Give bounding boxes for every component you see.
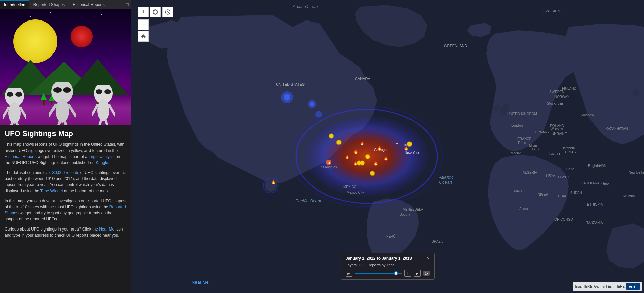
- time-range-label: January 1, 2012 to January 1, 2013: [346, 256, 412, 261]
- svg-point-3: [8, 102, 21, 124]
- time-widget-header: January 1, 2012 to January 1, 2013 ×: [346, 256, 430, 261]
- home-icon: [141, 34, 146, 39]
- intro-para-4: Curious about UFO sightings in your area…: [5, 226, 127, 238]
- clock-icon: [165, 9, 171, 15]
- svg-point-2: [15, 92, 22, 97]
- historical-reports-link-1[interactable]: Historical Reports: [5, 154, 37, 159]
- svg-line-22: [99, 120, 101, 125]
- svg-line-58: [168, 12, 169, 13]
- svg-line-12: [49, 105, 56, 116]
- svg-text:🔥: 🔥: [360, 141, 364, 145]
- tab-historical-reports[interactable]: Historical Reports: [69, 0, 109, 9]
- intro-para-3: In this map, you can drive an investigat…: [5, 198, 127, 222]
- zoom-out-button[interactable]: −: [138, 19, 149, 30]
- svg-line-7: [17, 123, 19, 125]
- svg-point-45: [407, 142, 412, 146]
- time-widget-link[interactable]: Time Widget: [40, 189, 63, 193]
- intro-para-1: This map shows reports of UFO sightings …: [5, 141, 127, 166]
- layers-icon: [152, 9, 158, 15]
- svg-point-42: [336, 140, 341, 145]
- svg-point-43: [365, 154, 370, 159]
- svg-text:🔥: 🔥: [271, 179, 276, 184]
- svg-text:🔥: 🔥: [377, 145, 382, 151]
- map-controls: + −: [138, 7, 173, 42]
- panel-close-button[interactable]: □: [126, 2, 129, 7]
- svg-point-11: [56, 99, 69, 123]
- esri-logo-svg: esri: [628, 283, 638, 289]
- ufo-hero-image: [0, 9, 131, 125]
- svg-text:🔥: 🔥: [384, 156, 388, 161]
- svg-line-15: [65, 122, 67, 125]
- alien-center: [49, 82, 76, 119]
- svg-line-14: [57, 122, 60, 125]
- svg-text:🔥: 🔥: [353, 149, 358, 154]
- time-widget-close-button[interactable]: ×: [427, 256, 430, 261]
- svg-line-13: [69, 105, 76, 116]
- svg-line-4: [3, 108, 8, 118]
- esri-attribution: Esri, HERE, Garmin | Esri, HERE esri: [573, 282, 642, 291]
- time-slider-container: ⏮ ⏸ ▶ 1x: [346, 270, 430, 277]
- home-button[interactable]: [138, 31, 149, 42]
- svg-point-10: [63, 87, 71, 93]
- map-controls-top-row: +: [138, 7, 173, 17]
- yellow-moon: [13, 19, 57, 63]
- svg-point-41: [329, 134, 334, 138]
- svg-point-44: [370, 171, 375, 176]
- playback-speed[interactable]: 1x: [423, 271, 430, 276]
- svg-text:esri: esri: [629, 285, 635, 288]
- svg-text:🔥: 🔥: [327, 160, 332, 164]
- reported-shapes-link[interactable]: Reported Shapes: [5, 205, 126, 215]
- svg-point-1: [7, 92, 13, 97]
- tab-bar: Introduction Reported Shapes Historical …: [0, 0, 131, 9]
- svg-point-47: [360, 161, 365, 165]
- svg-point-17: [96, 89, 102, 94]
- world-map-svg: 🔥 🔥 🔥 🔥 🔥 🔥 🔥 🔥 🔥 🔥: [131, 0, 644, 293]
- svg-point-9: [53, 87, 62, 93]
- near-me-text: Near Me: [192, 280, 209, 285]
- svg-point-18: [104, 89, 111, 94]
- map-title: UFO Sightings Map: [5, 129, 127, 138]
- time-slider[interactable]: [355, 273, 402, 274]
- svg-line-20: [92, 105, 97, 115]
- time-widget: January 1, 2012 to January 1, 2013 × Lay…: [341, 253, 435, 280]
- map-container[interactable]: 🔥 🔥 🔥 🔥 🔥 🔥 🔥 🔥 🔥 🔥: [131, 0, 644, 293]
- svg-line-6: [10, 123, 12, 125]
- tree-1: [40, 93, 47, 105]
- time-rewind-button[interactable]: ⏮: [346, 270, 352, 277]
- near-me-link[interactable]: Near Me: [99, 227, 114, 232]
- time-play-button[interactable]: ▶: [414, 270, 421, 277]
- dataset-size-link[interactable]: over 80,000 records: [43, 170, 79, 175]
- red-moon: [71, 26, 93, 47]
- svg-point-19: [97, 99, 109, 121]
- panel-text: UFO Sightings Map This map shows reports…: [0, 125, 131, 246]
- alien-left: [3, 88, 26, 118]
- svg-text:🔥: 🔥: [373, 161, 378, 166]
- time-layer-label: Layers: UFO Reports by Year: [346, 263, 430, 267]
- tab-introduction[interactable]: Introduction: [0, 0, 29, 9]
- svg-text:🔥: 🔥: [345, 155, 349, 159]
- time-slider-thumb[interactable]: [394, 271, 398, 275]
- tab-reported-shapes[interactable]: Reported Shapes: [29, 0, 69, 9]
- left-panel: Introduction Reported Shapes Historical …: [0, 0, 131, 293]
- basemap-button[interactable]: [150, 7, 161, 17]
- larger-analysis-link[interactable]: larger analysis: [88, 154, 114, 159]
- time-pause-button[interactable]: ⏸: [404, 270, 411, 277]
- zoom-in-button[interactable]: +: [138, 7, 149, 17]
- esri-logo: esri: [626, 283, 640, 290]
- svg-point-52: [310, 102, 314, 106]
- svg-line-5: [21, 108, 26, 118]
- kaggle-link[interactable]: Kaggle: [96, 160, 108, 165]
- svg-line-21: [109, 105, 115, 115]
- svg-point-50: [284, 94, 290, 101]
- svg-line-23: [106, 120, 108, 125]
- time-button[interactable]: [162, 7, 173, 17]
- intro-para-2: The dataset contains over 80,000 records…: [5, 170, 127, 194]
- svg-point-53: [315, 111, 322, 118]
- attribution-text: Esri, HERE, Garmin | Esri, HERE: [575, 285, 625, 288]
- time-slider-fill: [355, 273, 395, 274]
- alien-right: [92, 85, 115, 119]
- panel-content: UFO Sightings Map This map shows reports…: [0, 9, 131, 293]
